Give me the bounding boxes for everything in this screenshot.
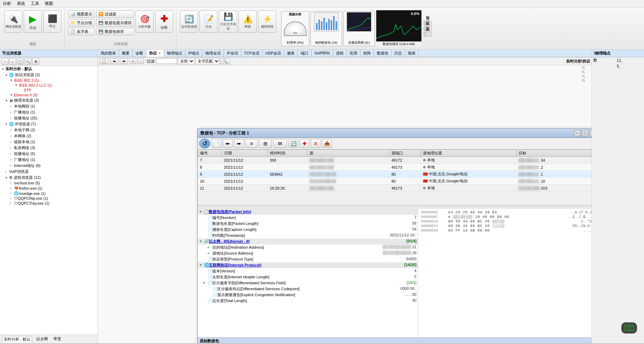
sidebar-item-local-subnet[interactable]: + 本地子网 (2) — [0, 127, 97, 133]
sidebar-item-msedge[interactable]: + 🌐 msedge.exe (1) — [0, 191, 97, 196]
filter-button[interactable]: 🔽 过滤器 — [96, 10, 134, 18]
sidebar-tab-realtime[interactable]: 实时分析 - 默认 — [2, 336, 32, 342]
sidebar-tab-bandwidth[interactable]: 带宽 — [52, 336, 63, 342]
dialog-prev-btn[interactable]: ⬅ — [223, 139, 233, 148]
sidebar-item-process[interactable]: ▼ ⚙ 进程浏览器 (12) — [0, 175, 97, 181]
tree-src-addr[interactable]: ▪ 源地址[Source Address] AC:CF:85:1B:2A.39 — [198, 250, 418, 256]
toolbar-btn-collapse[interactable]: - — [138, 58, 144, 64]
table-row[interactable]: 11 2021/11/12 16:20:26. 192.168.1.102 49… — [198, 185, 592, 192]
tree-ethernet[interactable]: ▼ 🔗 以太网 - II[Ethernet - II] [0/14] — [198, 239, 418, 244]
lock-button[interactable]: 锁定 — [424, 32, 432, 37]
tab-log[interactable]: 日志 — [391, 50, 405, 57]
sidebar-btn-3[interactable]: 📋 — [17, 58, 24, 65]
table-row[interactable]: 7 2021/11/12 300 192.168.1.102 49172 ⊕ 本… — [198, 157, 592, 164]
sidebar-item-private-network[interactable]: + 私有网络 (3) — [0, 145, 97, 151]
clear-button[interactable]: 清空 — [424, 26, 432, 31]
sidebar-item-qqpctray[interactable]: + 🛡 QQPCTray.exe (1) — [0, 201, 97, 206]
sidebar-item-local-network[interactable]: + 本网络 (2) — [0, 133, 97, 139]
tree-capture-length[interactable]: 📄 捕获长度[Capture Length] 54 — [198, 227, 418, 233]
dialog-close-btn[interactable]: ✕ — [590, 130, 592, 136]
tab-port[interactable]: 端口 — [298, 50, 312, 57]
tree-packet-info[interactable]: ▼ 📋 数据包信息[Packet Info] — [198, 209, 418, 215]
log-button[interactable]: 📝 日志 — [199, 10, 218, 33]
log-save-button[interactable]: 💾 日志文件保存 — [219, 10, 237, 33]
menu-system[interactable]: 系统 — [17, 1, 25, 7]
sidebar-item-ip-browser[interactable]: ▼ 🌐 IP浏览器 (7) — [0, 121, 97, 127]
tree-dsc[interactable]: 📄 区分服务码点[Differentiated Services Codepoi… — [198, 286, 418, 292]
tab-ip-endpoint[interactable]: IP端点 — [185, 50, 203, 57]
menu-analyze[interactable]: 分析 — [3, 1, 11, 7]
sidebar-item-broadcast-addr[interactable]: + 广播地址 (1) — [0, 157, 97, 163]
tab-voip[interactable]: VoIP呼叫 — [312, 50, 333, 57]
tab-process[interactable]: 进程 — [333, 50, 347, 57]
toolbar-btn-expand[interactable]: + — [129, 58, 136, 64]
sidebar-item-internet-addr[interactable]: + Internet地址 (8) — [0, 163, 97, 169]
tab-udp-session[interactable]: UDP会话 — [263, 50, 284, 57]
table-row[interactable]: 9 2021/11/12 583842 172.217.160.78 80 🇨🇳… — [198, 171, 592, 178]
dialog-back-btn[interactable]: ↺ — [199, 139, 210, 148]
sidebar-item-realtime[interactable]: ▼ 实时分析 - 默认 — [0, 66, 97, 72]
toolbar-btn-1[interactable]: 📋 — [99, 58, 109, 64]
h-scrollbar[interactable] — [198, 205, 592, 209]
threat-button[interactable]: ⚡ 威胁情报 — [258, 10, 276, 33]
tree-timestamp[interactable]: 📄 时间戳[Timestamp] 2021/11/12 16:: — [198, 233, 418, 239]
network-adapter-button[interactable]: 🔌 网络适配器 — [4, 10, 22, 33]
dialog-copy-btn[interactable]: 📄 — [212, 139, 221, 148]
sidebar-item-physical[interactable]: ▼ 🖥 物理浏览器 (3) — [0, 97, 97, 103]
dialog-hex-btn[interactable]: 0X — [273, 139, 287, 148]
tab-packets[interactable]: 数据包 — [374, 50, 391, 57]
packet-save-button[interactable]: 💾 数据包保存 — [96, 28, 134, 35]
filter-dropdown-1[interactable]: 全部 — [178, 58, 195, 64]
tab-app[interactable]: 应用 — [347, 50, 360, 57]
tree-header-length[interactable]: 📄 头部长度[Internet Header Length] 5 — [198, 274, 418, 280]
dialog-export-btn[interactable]: 📤 — [322, 139, 332, 148]
tab-ip-session[interactable]: IP会话 — [224, 50, 241, 57]
sidebar-item-protocol-browser[interactable]: ▼ 🌐 协议浏览器 (2) — [0, 72, 97, 78]
tree-dest-addr[interactable]: ▪ 目的地址[Destination Address] AC:CF:85:1B:… — [198, 244, 418, 250]
tab-myCharts[interactable]: 我的图表 — [98, 50, 119, 57]
node-group-button[interactable]: 📁 节点分组 — [68, 19, 95, 27]
menu-tools[interactable]: 工具 — [31, 1, 39, 7]
dialog-maximize-btn[interactable]: □ — [582, 130, 588, 136]
sidebar-item-voip[interactable]: + VoIP浏览器 — [0, 169, 97, 175]
tab-matrix[interactable]: 矩阵 — [360, 50, 374, 57]
table-row[interactable]: 8 2021/11/12 192.168.1.102 49173 ⊕ 本地 19… — [198, 164, 592, 171]
dialog-annotate-btn[interactable]: A — [311, 139, 321, 148]
sidebar-item-broadcast[interactable]: + 广播地址 (1) — [0, 109, 97, 115]
tab-diagnose[interactable]: 诊断 — [133, 50, 146, 57]
dialog-next-btn[interactable]: ➡ — [234, 139, 244, 148]
tree-protocol-type[interactable]: 📄 协议类型[Protocol Type] 0x800 — [198, 256, 418, 262]
dialog-view-btn1[interactable]: ≡ — [245, 139, 258, 148]
view-display-button[interactable]: 📊 视图显示 — [68, 10, 95, 18]
filter-search-btn[interactable]: 🔍 — [220, 58, 230, 64]
tree-packet-length[interactable]: 📄 数据包长度[Packet Length] 58 — [198, 221, 418, 227]
dialog-view-btn2[interactable]: ⊞ — [259, 139, 272, 148]
dialog-mark-btn[interactable]: ✚ — [300, 139, 309, 148]
tree-total-length[interactable]: 📄 总长度[Total Length] 40 — [198, 298, 418, 304]
tree-version[interactable]: 📄 版本[Version] 4 — [198, 268, 418, 274]
table-row[interactable]: 10 2021/11/12 172.217.160.78 80 🇨🇳 中国,北京… — [198, 178, 592, 185]
sidebar-item-link-local[interactable]: + 链路本地 (1) — [0, 139, 97, 145]
tab-overview[interactable]: 概要 — [119, 50, 133, 57]
alert-button[interactable]: ⚠️ 警报 — [239, 10, 257, 33]
tree-dsf[interactable]: ▼ 📄 区分服务字段[Differentiated Services Field… — [198, 280, 418, 286]
diagnose-button[interactable]: ✚ 诊断 — [155, 10, 173, 33]
sidebar-item-firefox[interactable]: + 🦊 firefox.exe (1) — [0, 185, 97, 191]
sidebar-btn-4[interactable]: 🔍 — [24, 58, 31, 65]
export-button[interactable]: 导出 — [424, 21, 432, 25]
sidebar-item-svchost[interactable]: + svchost.exe (5) — [0, 181, 97, 185]
tab-physical-endpoint[interactable]: 物理端点 — [164, 50, 185, 57]
toolbar-btn-3[interactable]: ➡ — [120, 58, 128, 64]
analyze-target-button[interactable]: 🎯 分析对象 — [136, 10, 154, 33]
sidebar-item-ieee8022[interactable]: ▼ IEEE 802.2 LLC (1) — [0, 83, 97, 88]
sidebar-item-multicast-addr[interactable]: + 组播地址 (5) — [0, 151, 97, 157]
session-filter-button[interactable]: 🔄 会话筛选器 — [180, 10, 198, 33]
sidebar-item-ieee8023[interactable]: ▼ IEEE 802.3 (1) — [0, 78, 97, 83]
tree-ip[interactable]: ▼ 🌐 互联网协议[Internet Protocol] [14/20] — [198, 262, 418, 268]
sidebar-btn-1[interactable]: ↑ — [1, 58, 8, 65]
name-table-button[interactable]: 📋 名字表 — [68, 28, 95, 35]
tab-report[interactable]: 报表 — [405, 50, 419, 57]
sidebar-item-stp[interactable]: STP — [0, 88, 97, 93]
toolbar-btn-2[interactable]: ⬅ — [110, 58, 118, 64]
sidebar-item-ethernet2[interactable]: ▼ Ethernet II (3) — [0, 93, 97, 97]
